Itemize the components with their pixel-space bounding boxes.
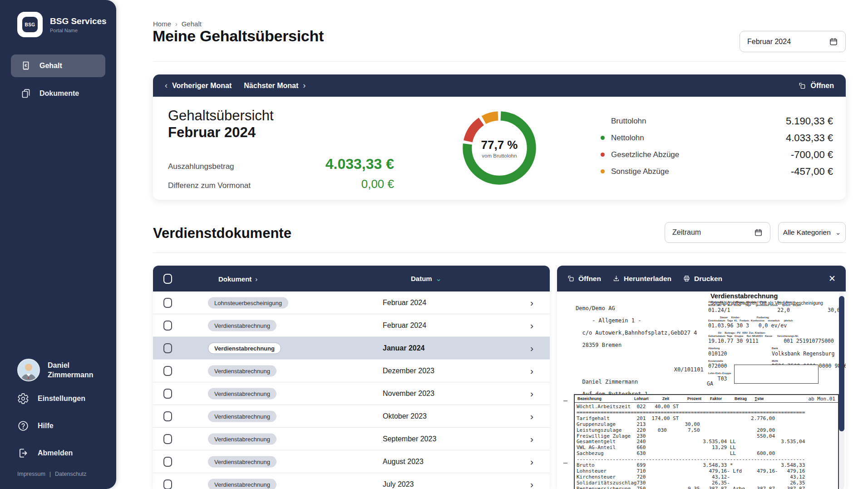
payslip-info-label: Steuer Kinder- Freibetrag Eintrittsdatum… [708,316,843,322]
payslip-info-label: IBAN [772,360,846,363]
select-all-checkbox[interactable] [163,274,172,284]
payslip-table-body: Wöchtl.Arbeitszeit 022 40,00 ST ========… [575,403,838,489]
bsg-logo: BSG [17,12,43,37]
table-row[interactable]: Verdienstabrechnung Dezember 2023 › [153,360,550,382]
document-type-badge: Lohnsteuerbescheinigung [208,297,288,308]
printer-icon [683,275,690,282]
donut-center-value: 77,7 % [481,138,518,152]
breadcrumb: Home › Gehalt [153,20,202,28]
row-checkbox[interactable] [163,366,172,376]
documents-table: Dokument › Datum ⌄ Lohnsteuerbescheinigu… [153,266,550,489]
menu-item-label: Abmelden [38,449,73,457]
payslip-col: Betrag [735,396,747,401]
logout-icon [17,447,29,459]
legend-row: Bruttolohn5.190,33 € [601,113,833,129]
legend-row: Gesetzliche Abzüge-700,00 € [601,146,833,163]
open-external-icon [567,275,575,282]
legend-label: Nettolohn [611,133,644,143]
table-row[interactable]: Verdienstabrechnung July 2023 › [153,473,550,489]
column-header-dokument[interactable]: Dokument › [218,275,257,282]
payslip-table: Bezeichnung Lohnart Zeit Prozent Faktor … [574,394,839,489]
user-name: Daniel Zimmermann [48,361,93,380]
salary-donut-chart: 77,7 % vom Bruttolohn [460,109,538,187]
preview-open-button[interactable]: Öffnen [567,275,601,283]
calendar-icon [754,228,763,237]
open-summary-button[interactable]: Öffnen [798,82,834,90]
table-row[interactable]: Verdienstabrechnung November 2023 › [153,382,550,405]
legend-value: 4.033,33 € [786,132,833,144]
breadcrumb-home[interactable]: Home [153,20,171,28]
salary-receipt-icon: € [20,60,31,71]
zeitraum-placeholder: Zeitraum [672,228,701,237]
gear-icon [17,393,29,405]
category-select[interactable]: Alle Kategorien ⌄ [778,222,846,243]
app-root: BSG BSG Services Portal Name € Gehalt [0,0,868,489]
menu-item-abmelden[interactable]: Abmelden [17,446,85,460]
sidebar-item-label: Dokumente [39,89,79,98]
legend-label: Bruttolohn [611,117,646,126]
row-checkbox[interactable] [163,321,172,331]
document-date: August 2023 [383,458,424,466]
impressum-link[interactable]: Impressum [17,471,45,477]
chevron-right-icon: › [255,275,257,282]
payslip-info-label: Abrechnung Ter- Zahlungs- Bezahlte Urlau… [708,301,843,306]
preview-print-button[interactable]: Drucken [683,275,722,283]
sidebar-menu: Einstellungen Hilfe [17,391,85,473]
previous-month-button[interactable]: ‹ Vorheriger Monat [165,81,232,90]
row-checkbox[interactable] [163,457,172,467]
table-row[interactable]: Verdienstabrechnung August 2023 › [153,450,550,473]
column-header-datum[interactable]: Datum ⌄ [411,275,441,283]
donut-center-label: vom Bruttolohn [481,153,518,158]
row-checkbox[interactable] [163,479,172,489]
payslip-info-value: 01.03.96 30 3 0,0 ev/ev [708,323,843,329]
salary-overview-block: Gehaltsübersicht Februar 2024 Auszahlung… [168,107,394,191]
row-checkbox[interactable] [163,434,172,444]
month-picker[interactable]: Februar 2024 [740,31,846,52]
fold-mark [563,463,567,464]
row-checkbox[interactable] [163,298,172,308]
payslip-info-label: Kostenstelle [708,360,772,363]
datenschutz-link[interactable]: Datenschutz [55,471,86,477]
table-row[interactable]: Verdienstabrechnung Februar 2024 › [153,314,550,337]
row-checkbox[interactable] [163,411,172,421]
header-divider [153,61,846,62]
payslip-col: Faktor [710,396,722,401]
row-checkbox[interactable] [163,389,172,399]
help-icon [17,420,29,432]
menu-item-label: Einstellungen [38,395,85,403]
sidebar-item-dokumente[interactable]: Dokumente [11,82,105,105]
chevron-right-icon: › [303,81,306,90]
document-type-badge: Verdienstabrechnung [208,456,276,467]
table-row[interactable]: Verdienstabrechnung Januar 2024 › [153,337,550,360]
zeitraum-date-input[interactable]: Zeitraum [665,222,770,243]
payslip-info-label: SV- Beitrags- PV- KBV Zus. Kranken- Gebu… [708,331,843,337]
document-type-badge: Verdienstabrechnung [208,342,281,354]
next-month-button[interactable]: Nächster Monat › [244,81,306,90]
table-row[interactable]: Lohnsteuerbescheinigung Februar 2024 › [153,291,550,314]
table-row[interactable]: Verdienstabrechnung September 2023 › [153,428,550,450]
chevron-right-icon: › [530,388,533,399]
svg-text:€: € [25,63,27,68]
payslip-empty-box [734,365,819,384]
sidebar-item-label: Gehalt [39,62,62,70]
payslip-ga-text: GA [707,380,713,387]
preview-download-button[interactable]: Herunterladen [612,275,671,283]
user-profile[interactable]: Daniel Zimmermann [17,359,93,381]
row-checkbox[interactable] [163,343,172,353]
document-date: Februar 2024 [383,321,426,330]
payslip-info-row: Abrechnung Ter- Zahlungs- Bezahlte Urlau… [708,301,843,313]
payslip-info-label: Abteilung [708,347,772,350]
close-preview-icon[interactable]: ✕ [829,273,836,284]
preview-scrollbar-thumb[interactable] [839,296,844,431]
sidebar-item-gehalt[interactable]: € Gehalt [11,54,105,77]
brand-subtitle: Portal Name [50,28,107,33]
payslip-col: Bezeichnung [577,396,602,401]
payslip-info-value: 01.24/1 22,0 30,0 [708,307,843,313]
document-date: September 2023 [383,435,436,443]
menu-item-einstellungen[interactable]: Einstellungen [17,391,85,406]
table-row[interactable]: Verdienstabrechnung Oktober 2023 › [153,405,550,428]
chevron-right-icon: › [530,434,533,445]
payslip-title: Verdienstabrechnung [710,292,778,300]
menu-item-hilfe[interactable]: Hilfe [17,419,85,433]
chevron-right-icon: › [530,479,533,489]
